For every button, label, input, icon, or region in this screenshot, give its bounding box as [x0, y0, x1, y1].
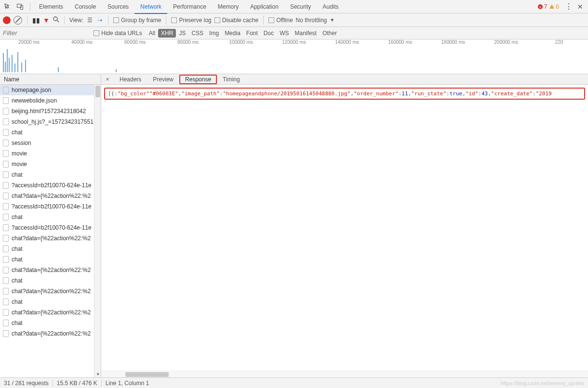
timeline-bar [116, 69, 117, 72]
tab-security[interactable]: Security [284, 0, 317, 13]
search-icon[interactable] [53, 16, 59, 24]
request-row[interactable]: newwebslide.json [0, 95, 101, 106]
preserve-log-checkbox[interactable]: Preserve log [171, 17, 211, 24]
scrollbar-horizontal[interactable] [101, 371, 588, 377]
hide-data-urls-checkbox[interactable]: Hide data URLs [94, 30, 142, 37]
request-row[interactable]: session [0, 138, 101, 148]
file-icon [3, 235, 9, 242]
name-column-header[interactable]: Name [0, 74, 101, 85]
tab-application[interactable]: Application [244, 0, 284, 13]
svg-line-5 [57, 20, 59, 22]
filter-chip-doc[interactable]: Doc [261, 29, 277, 38]
request-row[interactable]: ?accessId=b2f10070-624e-11e [0, 222, 101, 233]
request-row[interactable]: chat?data={%22action%22:%2▾ [0, 328, 101, 339]
request-row[interactable]: chat [0, 127, 101, 138]
throttling-select[interactable]: No throttling▼ [296, 17, 335, 24]
tab-audits[interactable]: Audits [317, 0, 344, 13]
timeline-tick: 60000 ms [124, 39, 146, 45]
request-name: ?accessId=b2f10070-624e-11e [12, 182, 92, 189]
timeline-tick: 160000 ms [388, 39, 412, 45]
record-button[interactable] [3, 16, 11, 24]
close-detail-icon[interactable]: × [101, 76, 114, 83]
filter-chip-css[interactable]: CSS [188, 29, 206, 38]
request-row[interactable]: chat [0, 275, 101, 286]
waterfall-icon[interactable]: ⇢ [96, 17, 103, 24]
request-name: movie [12, 150, 27, 157]
separator [30, 2, 30, 11]
request-row[interactable]: chat?data={%22action%22:%2 [0, 191, 101, 201]
detail-tab-headers[interactable]: Headers [114, 75, 147, 84]
separator [53, 380, 53, 387]
filter-chip-manifest[interactable]: Manifest [292, 29, 320, 38]
file-icon [3, 330, 9, 337]
request-row[interactable]: chat [0, 212, 101, 222]
request-row[interactable]: chat [0, 244, 101, 254]
filter-input[interactable] [3, 28, 90, 38]
request-row[interactable]: ?accessId=b2f10070-624e-11e [0, 201, 101, 212]
clear-button[interactable] [13, 16, 22, 25]
tab-console[interactable]: Console [69, 0, 102, 13]
filter-chip-js[interactable]: JS [176, 29, 188, 38]
timeline-bar [9, 58, 10, 72]
issue-counter[interactable]: x7 6 [534, 3, 563, 10]
offline-checkbox[interactable]: Offline [268, 17, 293, 24]
response-body[interactable]: [{:"bg_color""#06003E","image_path":"hom… [104, 88, 585, 100]
request-row[interactable]: chat [0, 169, 101, 180]
detail-tab-timing[interactable]: Timing [217, 75, 246, 84]
request-row[interactable]: school_hj.js?_=1572342317551 [0, 116, 101, 127]
filter-chip-img[interactable]: Img [206, 29, 222, 38]
filter-chip-all[interactable]: All [146, 29, 158, 38]
detail-tab-response[interactable]: Response [179, 75, 217, 84]
group-by-frame-checkbox[interactable]: Group by frame [113, 17, 161, 24]
request-name: school_hj.js?_=1572342317551 [12, 118, 94, 125]
request-row[interactable]: chat?data={%22action%22:%2 [0, 286, 101, 297]
scrollbar-vertical[interactable]: ▾ [94, 85, 101, 377]
close-devtools-icon[interactable]: ✕ [575, 3, 586, 11]
timeline-bar [7, 49, 8, 72]
tab-elements[interactable]: Elements [33, 0, 69, 13]
request-row[interactable]: chat [0, 254, 101, 265]
network-timeline[interactable]: 20000 ms40000 ms60000 ms80000 ms100000 m… [0, 39, 588, 74]
tab-performance[interactable]: Performance [167, 0, 212, 13]
request-count: 31 / 281 requests [4, 380, 49, 387]
file-icon [3, 298, 9, 305]
tab-network[interactable]: Network [134, 0, 167, 14]
request-row[interactable]: movie [0, 159, 101, 169]
cursor-position: Line 1, Column 1 [106, 380, 149, 387]
filter-chip-other[interactable]: Other [320, 29, 340, 38]
warning-count: 6 [556, 3, 559, 10]
request-row[interactable]: movie [0, 148, 101, 159]
request-row[interactable]: chat [0, 297, 101, 307]
request-row[interactable]: chat?data={%22action%22:%2 [0, 233, 101, 244]
timeline-bar [12, 55, 13, 72]
file-icon [3, 182, 9, 189]
file-icon [3, 256, 9, 263]
request-name: chat?data={%22action%22:%2 [12, 288, 91, 295]
filter-chip-xhr[interactable]: XHR [158, 29, 176, 38]
screenshot-icon[interactable]: ▮▮ [32, 16, 40, 24]
filter-chip-media[interactable]: Media [222, 29, 243, 38]
file-icon [3, 140, 9, 146]
kebab-menu-icon[interactable]: ⋮ [563, 2, 575, 11]
request-row[interactable]: chat?data={%22action%22:%2 [0, 265, 101, 275]
file-icon [3, 97, 9, 104]
filter-chip-ws[interactable]: WS [277, 29, 292, 38]
file-icon [3, 288, 9, 295]
request-row[interactable]: chat [0, 318, 101, 328]
filter-icon[interactable]: ▼ [43, 16, 50, 24]
disable-cache-checkbox[interactable]: Disable cache [214, 17, 258, 24]
filter-chip-font[interactable]: Font [243, 29, 261, 38]
tab-memory[interactable]: Memory [212, 0, 244, 13]
request-name: chat?data={%22action%22:%2 [12, 193, 91, 199]
request-list: Name homepage.jsonnewwebslide.jsonbeijin… [0, 74, 101, 377]
request-row[interactable]: beijing.html?1572342318042 [0, 106, 101, 116]
request-row[interactable]: chat?data={%22action%22:%2 [0, 307, 101, 318]
timeline-bar [25, 60, 26, 72]
detail-tab-preview[interactable]: Preview [147, 75, 179, 84]
device-toggle-icon[interactable] [14, 1, 26, 13]
request-row[interactable]: homepage.json [0, 85, 101, 95]
large-rows-icon[interactable]: ☰ [86, 17, 94, 24]
request-row[interactable]: ?accessId=b2f10070-624e-11e [0, 180, 101, 191]
inspect-icon[interactable] [2, 1, 13, 13]
tab-sources[interactable]: Sources [102, 0, 134, 13]
